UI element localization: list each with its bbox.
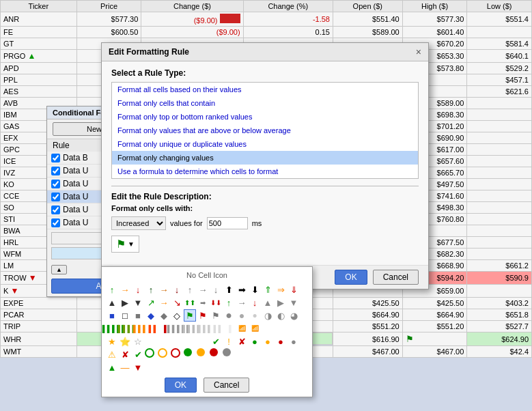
condition-select[interactable]: Increased Decreased Changed: [111, 216, 166, 230]
icon-blank-9[interactable]: [158, 335, 170, 348]
icon-blank-7[interactable]: [300, 322, 313, 335]
icon-exclaim-yellow[interactable]: !: [223, 335, 235, 348]
icon-star-half[interactable]: ⭐: [119, 335, 131, 348]
icon-arrow-ne[interactable]: ↗: [145, 296, 157, 309]
icon-blank-19[interactable]: [300, 348, 313, 360]
rule-type-top-bottom[interactable]: Format only top or bottom ranked values: [112, 110, 418, 124]
icon-flag-gray[interactable]: ⚑: [210, 309, 222, 322]
icon-circle-outline-2[interactable]: [158, 348, 167, 358]
icon-arrow-bold-right[interactable]: ▶: [119, 296, 131, 309]
rule-checkbox-1[interactable]: [51, 154, 60, 162]
icon-circle-outline-1[interactable]: [145, 348, 154, 358]
icon-arrow-up-gray[interactable]: ↑: [184, 283, 196, 296]
icon-bar-3[interactable]: ▐▐▐: [132, 322, 144, 335]
icon-blank-5[interactable]: [275, 322, 287, 335]
icon-arrow-down-dark[interactable]: ↓: [171, 283, 183, 296]
icon-flag-green[interactable]: ⚑: [184, 309, 196, 322]
icon-triple-down[interactable]: ⬇⬇: [210, 296, 222, 309]
icon-blank-2[interactable]: [300, 296, 313, 309]
rule-checkbox-2[interactable]: [51, 167, 60, 175]
icon-x-red[interactable]: ✘: [236, 335, 248, 348]
icon-blank-17[interactable]: [275, 348, 287, 360]
icon-arrow-mid-3[interactable]: →: [236, 296, 248, 309]
icon-blank-11[interactable]: [184, 335, 196, 348]
icon-star-outline[interactable]: ☆: [132, 335, 144, 348]
icon-diamond-blue[interactable]: ◆: [145, 309, 157, 322]
rule-checkbox-4[interactable]: [51, 193, 60, 201]
icon-arrow-se[interactable]: ↘: [171, 296, 183, 309]
icon-check-circle-green[interactable]: ✔: [132, 348, 144, 360]
icon-diamond-outline[interactable]: ◇: [171, 309, 183, 322]
icon-dash-orange[interactable]: —: [119, 361, 131, 373]
icon-blank-14[interactable]: [236, 348, 248, 360]
icon-tri-down-red[interactable]: ▼: [132, 361, 144, 373]
icon-half-circle-2[interactable]: ◐: [275, 309, 287, 322]
rule-type-changing[interactable]: Format only changing values: [112, 151, 418, 165]
icon-arrow-right-dark[interactable]: →: [158, 283, 170, 296]
icon-bar-gray-2[interactable]: ▐▐: [210, 322, 222, 335]
rule-type-formula[interactable]: Use a formula to determine which cells t…: [112, 165, 418, 178]
icon-blank-18[interactable]: [288, 348, 300, 360]
icon-filled-circle-1[interactable]: [184, 348, 192, 356]
icon-bar-gray-4[interactable]: ▐▐▐▐: [184, 322, 196, 335]
rule-checkbox-6[interactable]: [51, 218, 60, 227]
icon-square-gray[interactable]: ■: [132, 309, 144, 322]
icon-arrow-e[interactable]: →: [158, 296, 170, 309]
rule-type-contain[interactable]: Format only cells that contain: [112, 96, 418, 110]
icon-arrow-down-2[interactable]: ⇓: [288, 283, 300, 296]
icon-circle-green[interactable]: ●: [249, 335, 261, 348]
icon-arrow-right-outline[interactable]: ➡: [236, 283, 248, 296]
icon-circle-gray-md[interactable]: ●: [236, 309, 248, 322]
icon-blank-10[interactable]: [171, 335, 183, 348]
icon-bar-gray-1[interactable]: ▐: [223, 322, 235, 335]
icon-circle-gray-lg[interactable]: ●: [223, 309, 235, 322]
icon-signal-4[interactable]: 📶: [249, 322, 261, 335]
icon-blank-6[interactable]: [288, 322, 300, 335]
icon-arrow-up-dark[interactable]: ↑: [145, 283, 157, 296]
icon-blank-12[interactable]: [197, 335, 209, 348]
rule-type-unique-duplicate[interactable]: Format only unique or duplicate values: [112, 137, 418, 151]
icon-picker-cancel-button[interactable]: Cancel: [204, 378, 249, 393]
icon-arrow-right-4[interactable]: ▶: [275, 296, 287, 309]
icon-blank-4[interactable]: [262, 322, 274, 335]
icon-circle-yellow[interactable]: ●: [262, 335, 274, 348]
icon-arrow-bold-down[interactable]: ▼: [132, 296, 144, 309]
icon-flag-red[interactable]: ⚑: [197, 309, 209, 322]
icon-exclaim-circle[interactable]: ⚠: [106, 348, 118, 360]
icon-diamond-gray[interactable]: ◆: [158, 309, 170, 322]
icon-blank-16[interactable]: [262, 348, 274, 360]
icon-arrow-up-green[interactable]: ↑: [106, 283, 118, 296]
icon-half-circle-1[interactable]: ◑: [262, 309, 274, 322]
icon-arrow-down-red[interactable]: ↓: [132, 283, 144, 296]
icon-triple-mid[interactable]: ➡: [197, 296, 209, 309]
icon-arrow-bold-up[interactable]: ▲: [106, 296, 118, 309]
rule-type-above-below[interactable]: Format only values that are above or bel…: [112, 124, 418, 137]
icon-select-button[interactable]: ⚑ ▼: [111, 236, 139, 253]
icon-pie-3q[interactable]: ◕: [288, 309, 300, 322]
icon-check-green[interactable]: ✔: [210, 335, 222, 348]
icon-arrow-down-4[interactable]: ▼: [288, 296, 300, 309]
icon-filled-circle-4[interactable]: [223, 348, 231, 356]
icon-circle-outline-3[interactable]: [171, 348, 180, 358]
dialog-close-button[interactable]: ×: [416, 46, 421, 57]
icon-x-circle-red[interactable]: ✘: [119, 348, 131, 360]
icon-circle-gray-sm[interactable]: ●: [249, 309, 261, 322]
icon-arrow-right-2[interactable]: ⇒: [275, 283, 287, 296]
icon-bar-2[interactable]: ▐▐: [145, 322, 157, 335]
icon-blank-3[interactable]: [300, 309, 313, 322]
icon-arrow-down-gray[interactable]: ↓: [210, 283, 222, 296]
icon-arrow-down-outline[interactable]: ⬇: [249, 283, 261, 296]
rule-checkbox-5[interactable]: [51, 206, 60, 214]
rule-type-all-cells[interactable]: Format all cells based on their values: [112, 83, 418, 96]
icon-arrow-up-outline[interactable]: ⬆: [223, 283, 235, 296]
panel-scroll-up[interactable]: ▲: [51, 265, 67, 274]
icon-arrow-down-3[interactable]: ↓: [249, 296, 261, 309]
icon-arrow-up-4[interactable]: ▲: [262, 296, 274, 309]
icon-arrow-right-gray[interactable]: →: [197, 283, 209, 296]
icon-circle-gray-2[interactable]: ●: [288, 335, 300, 348]
icon-signal-5[interactable]: 📶: [236, 322, 248, 335]
icon-square-blue[interactable]: ■: [106, 309, 118, 322]
icon-arrow-right-orange[interactable]: →: [119, 283, 131, 296]
icon-blank-8[interactable]: [145, 335, 157, 348]
icon-arrow-up-3[interactable]: ↑: [223, 296, 235, 309]
